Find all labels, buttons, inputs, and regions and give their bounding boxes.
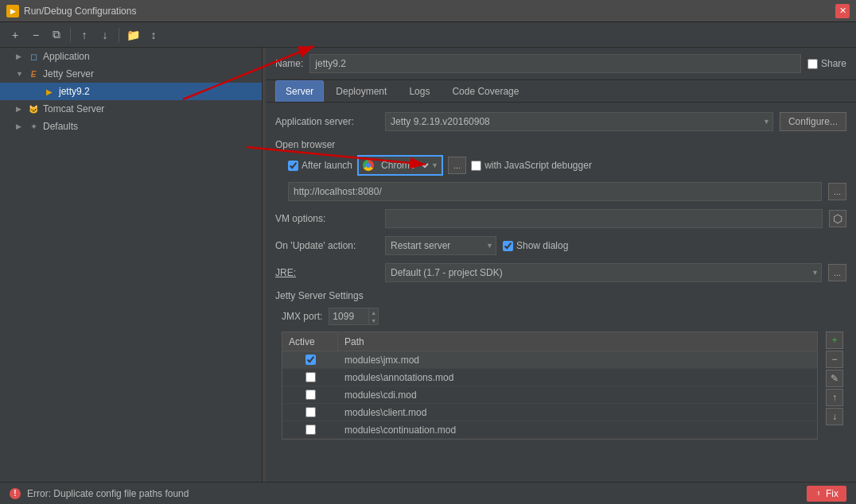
- jetty-server-icon: E: [27, 68, 40, 80]
- jetty-run-icon: ▶: [43, 85, 56, 98]
- tree-item-tomcat[interactable]: ▶ 🐱 Tomcat Server: [0, 100, 262, 118]
- name-input[interactable]: [309, 54, 801, 73]
- status-bar: ! Error: Duplicate config file paths fou…: [0, 482, 856, 504]
- active-cell-4[interactable]: [282, 405, 338, 419]
- move-up-button[interactable]: ↑: [76, 26, 93, 44]
- defaults-icon: ✦: [27, 120, 40, 133]
- jmx-port-input[interactable]: [329, 308, 368, 325]
- after-launch-checkbox[interactable]: [288, 161, 298, 171]
- fix-button[interactable]: ! Fix: [807, 486, 846, 502]
- module-checkbox-4[interactable]: [305, 407, 316, 417]
- table-up-button[interactable]: ↑: [826, 389, 843, 406]
- update-action-row: On 'Update' action: Restart server Updat…: [275, 236, 846, 255]
- tree-item-jetty-server[interactable]: ▼ E Jetty Server: [0, 65, 262, 83]
- table-row[interactable]: modules\client.mod: [282, 404, 817, 421]
- remove-button[interactable]: −: [27, 26, 45, 44]
- open-browser-label: Open browser: [275, 139, 846, 150]
- with-js-debugger-label: with JavaScript debugger: [471, 160, 592, 171]
- tab-code-coverage[interactable]: Code Coverage: [442, 80, 529, 102]
- app-icon: ▶: [6, 5, 19, 17]
- active-cell-1[interactable]: [282, 353, 338, 366]
- show-dialog-item: Show dialog: [503, 240, 568, 251]
- copy-button[interactable]: ⧉: [48, 26, 65, 44]
- path-cell-5: modules\continuation.mod: [338, 423, 817, 437]
- browser-select[interactable]: ChromeFirefoxSafariEdge: [375, 157, 431, 174]
- active-cell-3[interactable]: [282, 388, 338, 401]
- sort-button[interactable]: ↕: [145, 26, 162, 44]
- tab-logs[interactable]: Logs: [399, 80, 440, 102]
- main-layout: ▶ ◻ Application ▼ E Jetty Server ▶ jetty…: [0, 48, 856, 504]
- table-row[interactable]: modules\continuation.mod: [282, 421, 817, 439]
- app-server-label: Application server:: [275, 116, 379, 127]
- module-checkbox-3[interactable]: [305, 390, 316, 400]
- tomcat-icon: 🐱: [27, 103, 40, 115]
- active-cell-5[interactable]: [282, 423, 338, 436]
- path-cell-3: modules\cdi.mod: [338, 388, 817, 402]
- table-down-button[interactable]: ↓: [826, 408, 843, 425]
- title-bar-text: Run/Debug Configurations: [24, 6, 835, 17]
- tree-item-label: Jetty Server: [43, 68, 94, 79]
- spinner-down-button[interactable]: ▼: [369, 316, 378, 324]
- table-row[interactable]: modules\jmx.mod: [282, 351, 817, 369]
- tree-item-defaults[interactable]: ▶ ✦ Defaults: [0, 118, 262, 135]
- js-debugger-checkbox[interactable]: [471, 161, 481, 171]
- tab-server[interactable]: Server: [275, 80, 324, 102]
- update-action-select[interactable]: Restart server Update resources Update c…: [385, 236, 496, 255]
- jre-select[interactable]: Default (1.7 - project SDK): [385, 263, 822, 282]
- url-ellipsis-button[interactable]: ...: [828, 183, 846, 200]
- active-column-header: Active: [282, 333, 338, 351]
- table-row[interactable]: modules\cdi.mod: [282, 386, 817, 404]
- spinner-up-button[interactable]: ▲: [369, 308, 378, 316]
- spinner-buttons: ▲ ▼: [368, 308, 379, 325]
- module-checkbox-1[interactable]: [305, 355, 316, 365]
- configure-button[interactable]: Configure...: [780, 112, 846, 131]
- error-text: Error: Duplicate config file paths found: [27, 488, 800, 499]
- jre-ellipsis-button[interactable]: ...: [828, 264, 846, 281]
- jmx-port-spinner[interactable]: ▲ ▼: [329, 308, 379, 325]
- update-action-label: On 'Update' action:: [275, 240, 379, 251]
- table-remove-button[interactable]: −: [826, 351, 843, 368]
- table-add-button[interactable]: +: [826, 331, 843, 349]
- jmx-port-label: JMX port:: [282, 311, 322, 322]
- table-edit-button[interactable]: ✎: [826, 370, 843, 387]
- add-button[interactable]: +: [6, 26, 24, 44]
- share-checkbox-input[interactable]: [807, 59, 818, 69]
- path-cell-4: modules\client.mod: [338, 405, 817, 420]
- left-panel: ▶ ◻ Application ▼ E Jetty Server ▶ jetty…: [0, 48, 263, 504]
- vm-options-input[interactable]: [385, 209, 823, 228]
- module-checkbox-5[interactable]: [305, 425, 316, 435]
- vm-options-label: VM options:: [275, 213, 379, 224]
- table-row[interactable]: modules\annotations.mod: [282, 369, 817, 386]
- url-input[interactable]: [288, 182, 822, 201]
- title-bar: ▶ Run/Debug Configurations ✕: [0, 0, 856, 22]
- app-server-select[interactable]: Jetty 9.2.19.v20160908: [385, 112, 773, 131]
- tab-deployment[interactable]: Deployment: [325, 80, 397, 102]
- folder-button[interactable]: 📁: [124, 26, 142, 44]
- tree-item-jetty92[interactable]: ▶ jetty9.2: [0, 83, 262, 100]
- browser-select-wrapper[interactable]: ChromeFirefoxSafariEdge ▼: [357, 155, 443, 176]
- js-debugger-text: with JavaScript debugger: [484, 160, 592, 171]
- update-action-select-wrapper: Restart server Update resources Update c…: [385, 236, 496, 255]
- url-row: ...: [275, 182, 846, 201]
- vm-expand-button[interactable]: ⬡: [829, 210, 846, 227]
- chrome-icon: [362, 159, 375, 172]
- error-icon: !: [10, 488, 21, 499]
- move-down-button[interactable]: ↓: [96, 26, 114, 44]
- table-actions: + − ✎ ↑ ↓: [826, 331, 843, 425]
- name-bar: Name: Share: [266, 48, 856, 80]
- after-launch-checkbox-item: After launch: [288, 160, 352, 171]
- close-button[interactable]: ✕: [835, 4, 850, 18]
- tree-item-application[interactable]: ▶ ◻ Application: [0, 48, 262, 65]
- active-cell-2[interactable]: [282, 370, 338, 384]
- tabs: Server Deployment Logs Code Coverage: [266, 80, 856, 103]
- share-checkbox[interactable]: Share: [807, 58, 846, 69]
- jre-select-wrapper: Default (1.7 - project SDK) ▼: [385, 263, 822, 282]
- fix-error-icon: !: [815, 490, 823, 498]
- path-cell-2: modules\annotations.mod: [338, 370, 817, 385]
- jre-row: JRE: Default (1.7 - project SDK) ▼ ...: [275, 263, 846, 282]
- module-checkbox-2[interactable]: [305, 372, 316, 382]
- show-dialog-checkbox[interactable]: [503, 241, 513, 251]
- browser-ellipsis-button[interactable]: ...: [448, 157, 466, 174]
- after-launch-label: After launch: [302, 160, 352, 171]
- tree-item-label: jetty9.2: [59, 86, 90, 97]
